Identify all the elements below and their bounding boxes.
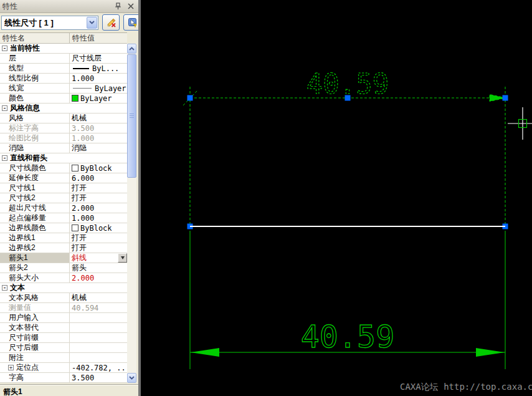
bottom-dimension-text[interactable]: 40.59 bbox=[301, 319, 395, 355]
property-label: 消隐 bbox=[9, 143, 24, 153]
property-value-cell[interactable]: 斜线 bbox=[70, 253, 127, 263]
bottom-arrow-right[interactable] bbox=[476, 348, 505, 357]
property-value-cell[interactable]: 3.500 bbox=[70, 123, 127, 133]
panel-title: 特性 bbox=[2, 1, 111, 12]
property-group-row[interactable]: -文本 bbox=[0, 283, 127, 293]
bottom-arrow-left[interactable] bbox=[191, 348, 219, 357]
entity-selector[interactable]: 线性尺寸 [ 1 ] bbox=[1, 16, 98, 30]
property-row[interactable]: 边界线颜色ByBlock bbox=[0, 223, 127, 233]
property-row[interactable]: 箭头大小2.000 bbox=[0, 273, 127, 283]
property-row[interactable]: 线宽ByLayer bbox=[0, 84, 127, 94]
property-label: 层 bbox=[9, 54, 16, 63]
edit-delete-button[interactable] bbox=[102, 14, 120, 31]
property-value-cell[interactable] bbox=[70, 353, 127, 362]
top-dimension-text[interactable]: 40.59 bbox=[306, 68, 389, 100]
property-row[interactable]: 测量值40.594 bbox=[0, 303, 127, 313]
close-button[interactable] bbox=[125, 2, 136, 11]
property-value-cell[interactable]: 打开 bbox=[70, 183, 127, 193]
property-value-cell[interactable]: 1.000 bbox=[70, 213, 127, 223]
collapse-icon[interactable]: - bbox=[2, 105, 7, 111]
property-group-row[interactable]: -风格信息 bbox=[0, 104, 127, 113]
property-value-cell[interactable]: 2.000 bbox=[70, 273, 127, 283]
panel-titlebar[interactable]: 特性 bbox=[0, 0, 138, 13]
property-row[interactable]: 消隐消隐 bbox=[0, 143, 127, 153]
drawing-canvas[interactable]: 40.59 40.59 CAXA论坛 http://top.caxa.c bbox=[138, 0, 532, 396]
property-value-cell[interactable]: 3.500 bbox=[70, 373, 127, 382]
grip-dim-left[interactable] bbox=[188, 95, 193, 101]
property-row[interactable]: 尺寸线2打开 bbox=[0, 193, 127, 203]
property-value-cell[interactable]: -402.782, ... bbox=[70, 363, 127, 372]
property-row[interactable]: +定位点-402.782, ... bbox=[0, 363, 127, 373]
property-label: 风格 bbox=[9, 113, 24, 123]
property-row[interactable]: 延伸长度6.000 bbox=[0, 173, 127, 183]
property-label: 边界线颜色 bbox=[9, 223, 46, 233]
pin-button[interactable] bbox=[113, 2, 123, 11]
property-value-cell[interactable]: ByLayer bbox=[70, 84, 127, 93]
property-value-cell[interactable]: 机械 bbox=[70, 113, 127, 123]
expand-icon[interactable]: + bbox=[8, 365, 14, 370]
property-value-cell[interactable]: 打开 bbox=[70, 193, 127, 203]
property-value-cell[interactable]: 打开 bbox=[70, 233, 127, 243]
grid-scrollbar[interactable] bbox=[127, 44, 136, 383]
property-value-cell[interactable]: 40.594 bbox=[70, 303, 127, 312]
property-row[interactable]: 超出尺寸线2.000 bbox=[0, 203, 127, 213]
property-row[interactable]: 边界线1打开 bbox=[0, 233, 127, 243]
property-row[interactable]: 线型ByL... bbox=[0, 64, 127, 74]
grip-dim-right[interactable] bbox=[503, 95, 508, 101]
collapse-icon[interactable]: - bbox=[2, 155, 7, 161]
scroll-up-icon bbox=[129, 47, 135, 51]
property-row[interactable]: 字高3.500 bbox=[0, 373, 127, 383]
property-row[interactable]: 绘图比例1.000 bbox=[0, 133, 127, 143]
property-value-cell[interactable] bbox=[70, 333, 127, 342]
grid-header-name[interactable]: 特性名 bbox=[0, 33, 70, 43]
property-row[interactable]: 标注字高3.500 bbox=[0, 123, 127, 133]
property-value-cell[interactable]: 箭头 bbox=[70, 263, 127, 273]
property-value-cell[interactable] bbox=[70, 313, 127, 322]
property-row[interactable]: 起点偏移量1.000 bbox=[0, 213, 127, 223]
property-row[interactable]: 层尺寸线层 bbox=[0, 54, 127, 64]
scroll-up-button[interactable] bbox=[127, 44, 136, 54]
top-dimension-selected[interactable] bbox=[183, 87, 506, 224]
property-value: 打开 bbox=[72, 183, 87, 193]
property-row[interactable]: 箭头1斜线 bbox=[0, 253, 127, 263]
property-value-cell[interactable]: ByBlock bbox=[70, 163, 127, 173]
property-value-cell[interactable]: 1.000 bbox=[70, 133, 127, 143]
property-value-cell[interactable]: ByBlock bbox=[70, 223, 127, 233]
property-row[interactable]: 颜色ByLayer bbox=[0, 94, 127, 104]
property-value-cell[interactable] bbox=[70, 343, 127, 352]
property-row[interactable]: 线型比例1.000 bbox=[0, 74, 127, 84]
property-group-row[interactable]: -当前特性 bbox=[0, 44, 127, 54]
property-group-row[interactable]: -直线和箭头 bbox=[0, 153, 127, 163]
property-value-cell[interactable]: ByL... bbox=[70, 64, 127, 73]
property-row[interactable]: 文本风格机械 bbox=[0, 293, 127, 303]
property-value-cell[interactable]: 打开 bbox=[70, 243, 127, 253]
scroll-down-button[interactable] bbox=[127, 373, 136, 383]
property-value-cell[interactable]: 6.000 bbox=[70, 173, 127, 183]
grip-dim-middle[interactable] bbox=[345, 95, 351, 101]
value-dropdown-button[interactable] bbox=[118, 253, 127, 263]
collapse-icon[interactable]: - bbox=[2, 46, 7, 51]
property-row[interactable]: 尺寸线1打开 bbox=[0, 183, 127, 193]
property-value-cell[interactable]: 2.000 bbox=[70, 203, 127, 213]
property-row[interactable]: 用户输入 bbox=[0, 313, 127, 323]
property-row[interactable]: 边界线2打开 bbox=[0, 243, 127, 253]
entity-selector-arrow[interactable] bbox=[87, 17, 97, 29]
scrollbar-thumb[interactable] bbox=[127, 54, 136, 178]
grid-header-value[interactable]: 特性值 bbox=[70, 33, 127, 43]
properties-panel: 特性 线性尺寸 [ 1 ] bbox=[0, 0, 138, 396]
panel-toolbar: 线性尺寸 [ 1 ] bbox=[1, 14, 141, 31]
collapse-icon[interactable]: - bbox=[2, 285, 7, 291]
property-row[interactable]: 风格机械 bbox=[0, 113, 127, 123]
property-value-cell[interactable]: 机械 bbox=[70, 293, 127, 302]
property-value-cell[interactable]: 消隐 bbox=[70, 143, 127, 153]
property-value-cell[interactable]: 尺寸线层 bbox=[70, 54, 127, 63]
property-row[interactable]: 尺寸后缀 bbox=[0, 343, 127, 353]
property-row[interactable]: 箭头2箭头 bbox=[0, 263, 127, 273]
property-row[interactable]: 尺寸线颜色ByBlock bbox=[0, 163, 127, 173]
property-row[interactable]: 附注 bbox=[0, 353, 127, 363]
property-row[interactable]: 尺寸前缀 bbox=[0, 333, 127, 343]
property-row[interactable]: 文本替代 bbox=[0, 323, 127, 333]
property-value-cell[interactable]: 1.000 bbox=[70, 74, 127, 83]
property-value-cell[interactable] bbox=[70, 323, 127, 332]
property-value-cell[interactable]: ByLayer bbox=[70, 94, 127, 103]
